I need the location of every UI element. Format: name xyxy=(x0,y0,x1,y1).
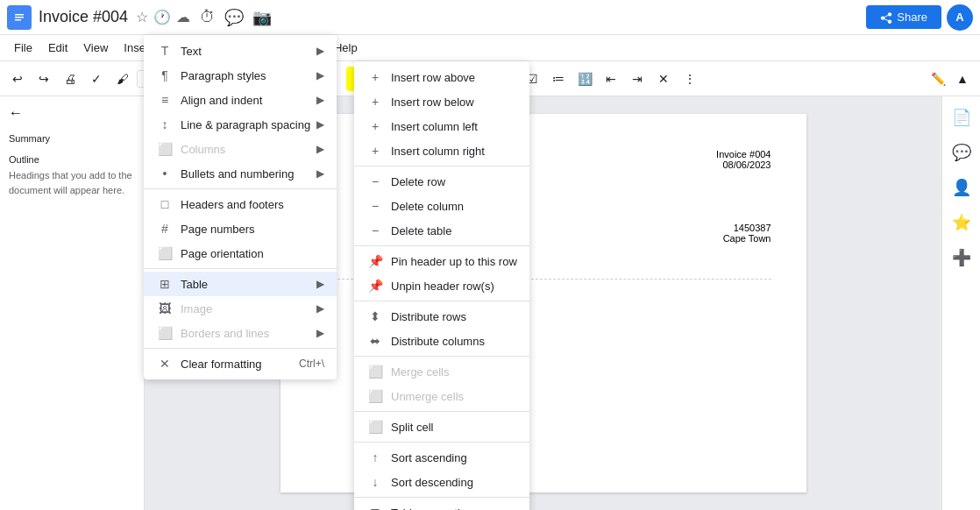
more-button[interactable]: ⋮ xyxy=(678,67,702,91)
delete-column-icon: − xyxy=(366,199,384,213)
outline-hint: Headings that you add to the document wi… xyxy=(9,168,135,197)
menu-view[interactable]: View xyxy=(76,38,115,58)
format-align-item[interactable]: ≡ Align and indent ▶ xyxy=(144,88,337,112)
format-text-item[interactable]: T Text ▶ xyxy=(144,39,337,63)
undo-button[interactable]: ↩ xyxy=(5,67,30,91)
delete-column-item[interactable]: − Delete column xyxy=(354,194,529,218)
sort-descending-item[interactable]: ↓ Sort descending xyxy=(354,470,529,494)
insert-col-left-item[interactable]: + Insert column left xyxy=(354,114,529,138)
insert-row-above-label: Insert row above xyxy=(391,71,475,84)
sort-ascending-label: Sort ascending xyxy=(391,451,467,464)
insert-row-below-icon: + xyxy=(366,95,384,109)
paint-format-button[interactable]: 🖌 xyxy=(110,67,135,91)
table-sep3 xyxy=(354,301,529,301)
format-spacing-item[interactable]: ↕ Line & paragraph spacing ▶ xyxy=(144,112,337,137)
print-button[interactable]: 🖨 xyxy=(58,67,82,91)
format-headers-item[interactable]: □ Headers and footers xyxy=(144,192,337,216)
format-orientation-item[interactable]: ⬜ Page orientation xyxy=(144,241,337,266)
comments-panel-icon[interactable]: 💬 xyxy=(948,138,976,166)
merge-cells-icon: ⬜ xyxy=(366,365,384,379)
insert-col-right-item[interactable]: + Insert column right xyxy=(354,138,529,163)
format-clear-item[interactable]: ✕ Clear formatting Ctrl+\ xyxy=(144,351,337,376)
decrease-indent-button[interactable]: ⇤ xyxy=(599,67,623,91)
split-cell-label: Split cell xyxy=(391,421,433,434)
table-sep7 xyxy=(354,497,529,498)
table-sep1 xyxy=(354,166,529,166)
table-submenu: + Insert row above + Insert row below + … xyxy=(354,61,529,510)
format-table-item[interactable]: ⊞ Table ▶ xyxy=(144,272,337,296)
distribute-columns-item[interactable]: ⬌ Distribute columns xyxy=(354,329,529,353)
format-menu: T Text ▶ ¶ Paragraph styles ▶ ≡ Align an… xyxy=(144,35,337,379)
delete-table-icon: − xyxy=(366,223,384,237)
format-columns-item: ⬜ Columns ▶ xyxy=(144,137,337,161)
sep2 xyxy=(144,268,337,269)
collapse-button[interactable]: ▲ xyxy=(950,67,975,91)
redo-button[interactable]: ↪ xyxy=(32,67,56,91)
distribute-columns-icon: ⬌ xyxy=(366,334,384,348)
table-sep5 xyxy=(354,411,529,412)
star-icon[interactable]: ☆ xyxy=(136,9,148,25)
share-button[interactable]: Share xyxy=(866,5,941,29)
back-icon[interactable]: ← xyxy=(9,105,23,121)
sort-ascending-item[interactable]: ↑ Sort ascending xyxy=(354,445,529,470)
doc-panel-icon[interactable]: 📄 xyxy=(948,103,976,131)
clear-shortcut: Ctrl+\ xyxy=(299,358,324,370)
columns-icon: ⬜ xyxy=(156,142,174,156)
bullets-icon: • xyxy=(156,166,174,181)
align-label: Align and indent xyxy=(181,94,262,107)
share-label: Share xyxy=(897,11,927,24)
text-item-label: Text xyxy=(181,45,202,58)
table-properties-item[interactable]: ⊞ Table properties xyxy=(354,500,529,510)
image-arrow: ▶ xyxy=(316,302,324,315)
distribute-rows-item[interactable]: ⬍ Distribute rows xyxy=(354,304,529,329)
format-page-numbers-item[interactable]: # Page numbers xyxy=(144,216,337,241)
pin-header-item[interactable]: 📌 Pin header up to this row xyxy=(354,249,529,273)
video-icon[interactable]: 📷 xyxy=(252,8,272,27)
search-history-icon[interactable]: ⏱ xyxy=(200,8,216,26)
unmerge-cells-icon: ⬜ xyxy=(366,389,384,403)
mode-controls: ✏️ ▲ xyxy=(926,67,975,91)
spacing-arrow: ▶ xyxy=(316,118,324,131)
split-cell-item[interactable]: ⬜ Split cell xyxy=(354,414,529,439)
unmerge-cells-label: Unmerge cells xyxy=(391,390,464,403)
edit-mode-button[interactable]: ✏️ xyxy=(926,67,950,91)
sort-descending-icon: ↓ xyxy=(366,475,384,489)
orientation-label: Page orientation xyxy=(181,247,264,260)
format-paragraph-styles-item[interactable]: ¶ Paragraph styles ▶ xyxy=(144,63,337,88)
table-properties-icon: ⊞ xyxy=(366,506,384,510)
comment-icon[interactable]: 💬 xyxy=(224,8,244,27)
add-panel-icon[interactable]: ➕ xyxy=(948,244,976,272)
svg-rect-3 xyxy=(15,19,21,21)
menu-edit[interactable]: Edit xyxy=(41,38,75,58)
bullet-list-button[interactable]: ≔ xyxy=(546,67,571,91)
delete-column-label: Delete column xyxy=(391,200,464,213)
page-numbers-icon: # xyxy=(156,222,174,236)
svg-rect-2 xyxy=(15,17,24,18)
star-panel-icon[interactable]: ⭐ xyxy=(948,209,976,237)
clear-icon: ✕ xyxy=(156,357,174,371)
clear-format-button[interactable]: ✕ xyxy=(651,67,676,91)
menu-file[interactable]: File xyxy=(7,38,39,58)
numbered-list-button[interactable]: 🔢 xyxy=(572,67,597,91)
format-bullets-item[interactable]: • Bullets and numbering ▶ xyxy=(144,161,337,186)
outline-label: Outline xyxy=(9,154,135,165)
unpin-header-item[interactable]: 📌 Unpin header row(s) xyxy=(354,273,529,298)
borders-icon: ⬜ xyxy=(156,326,174,340)
delete-table-item[interactable]: − Delete table xyxy=(354,218,529,243)
table-icon: ⊞ xyxy=(156,277,174,291)
insert-row-above-item[interactable]: + Insert row above xyxy=(354,65,529,89)
delete-row-item[interactable]: − Delete row xyxy=(354,169,529,194)
svg-rect-1 xyxy=(15,14,24,16)
increase-indent-button[interactable]: ⇥ xyxy=(625,67,650,91)
spell-check-button[interactable]: ✓ xyxy=(84,67,109,91)
history-icon[interactable]: 🕐 xyxy=(153,9,171,25)
delete-table-label: Delete table xyxy=(391,224,451,237)
topbar-icons: ⏱ 💬 📷 xyxy=(200,8,272,27)
paragraph-arrow: ▶ xyxy=(316,69,324,81)
people-panel-icon[interactable]: 👤 xyxy=(948,174,976,202)
user-avatar[interactable]: A xyxy=(947,4,973,31)
spacing-label: Line & paragraph spacing xyxy=(181,118,310,131)
insert-row-below-item[interactable]: + Insert row below xyxy=(354,89,529,114)
delete-row-icon: − xyxy=(366,174,384,188)
cloud-icon[interactable]: ☁ xyxy=(176,9,190,25)
